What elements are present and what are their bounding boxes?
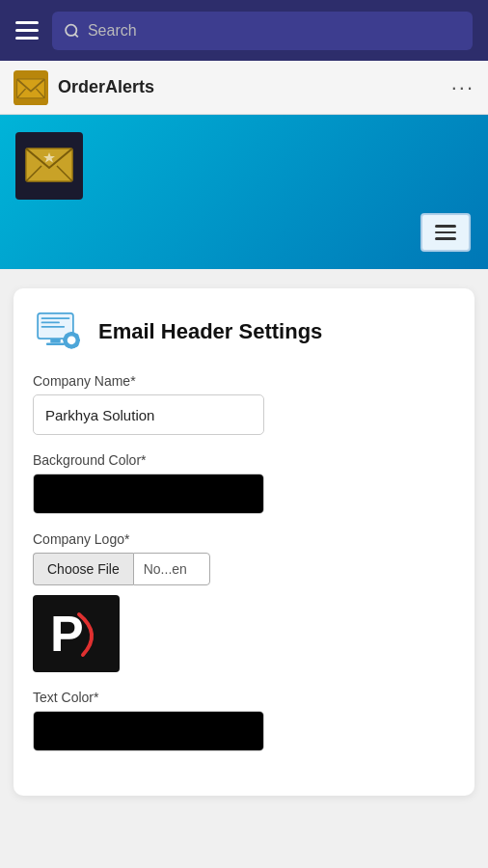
settings-card: Email Header Settings Company Name* Back… <box>14 288 474 796</box>
text-color-swatch[interactable] <box>33 711 264 751</box>
text-color-label: Text Color* <box>33 690 455 705</box>
background-color-label: Background Color* <box>33 452 455 468</box>
banner-menu-button[interactable] <box>420 213 471 252</box>
settings-monitor-icon <box>33 312 85 352</box>
logo-preview-image: P <box>42 605 110 663</box>
company-name-field-group: Company Name* <box>33 373 455 435</box>
svg-rect-14 <box>50 339 61 342</box>
search-icon <box>64 22 80 40</box>
svg-rect-19 <box>70 345 73 349</box>
more-button[interactable]: ··· <box>451 75 474 100</box>
hamburger-button[interactable] <box>15 21 39 40</box>
background-color-field-group: Background Color* <box>33 452 455 514</box>
svg-rect-20 <box>63 339 67 341</box>
svg-rect-15 <box>46 342 65 345</box>
search-bar[interactable] <box>52 12 473 50</box>
search-input[interactable] <box>88 22 461 40</box>
navbar <box>0 0 488 61</box>
company-name-input[interactable] <box>33 394 264 435</box>
company-logo-label: Company Logo* <box>33 531 455 547</box>
svg-point-17 <box>68 336 76 344</box>
file-name-display: No...en <box>133 553 210 585</box>
background-color-swatch[interactable] <box>33 474 264 514</box>
spacer <box>0 269 488 288</box>
background-color-display <box>34 475 263 513</box>
logo-preview: P <box>33 595 120 672</box>
section-header: Email Header Settings <box>33 312 455 352</box>
choose-file-button[interactable]: Choose File <box>33 553 133 585</box>
svg-rect-11 <box>41 317 70 319</box>
svg-rect-12 <box>41 322 60 324</box>
banner-section <box>0 115 488 269</box>
app-header: OrderAlerts ··· <box>0 61 488 115</box>
section-title: Email Header Settings <box>98 319 322 344</box>
company-logo-field-group: Company Logo* Choose File No...en P <box>33 531 455 672</box>
file-input-row: Choose File No...en <box>33 553 455 585</box>
app-icon <box>14 70 48 105</box>
banner-logo <box>15 132 83 200</box>
banner-envelope-icon <box>24 145 74 187</box>
text-color-field-group: Text Color* <box>33 690 455 751</box>
svg-point-0 <box>66 24 76 35</box>
svg-rect-18 <box>70 332 73 336</box>
svg-rect-13 <box>41 326 66 328</box>
svg-line-1 <box>75 34 78 37</box>
app-title: OrderAlerts <box>58 77 451 97</box>
text-color-display <box>34 712 263 750</box>
company-name-label: Company Name* <box>33 373 455 389</box>
svg-rect-21 <box>76 339 80 341</box>
